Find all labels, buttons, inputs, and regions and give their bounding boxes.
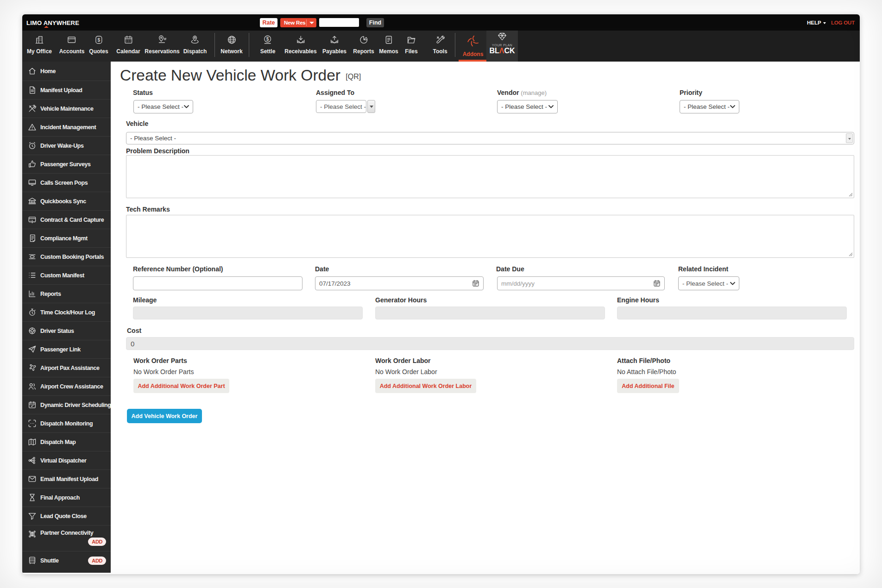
svg-text:$: $ bbox=[97, 38, 100, 43]
svg-text:$: $ bbox=[266, 37, 269, 42]
